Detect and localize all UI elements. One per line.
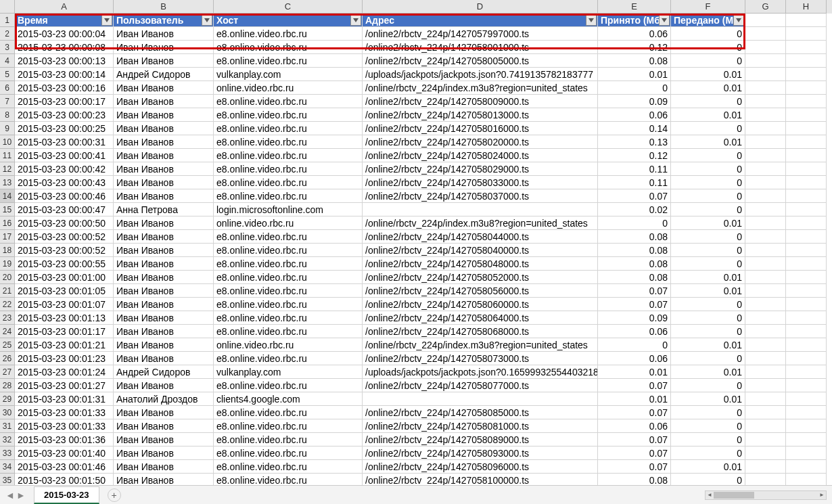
cell-time[interactable]: 2015-03-23 00:00:52 — [15, 244, 114, 257]
sheet-tab-active[interactable]: 2015-03-23 — [34, 486, 99, 504]
cell-time[interactable]: 2015-03-23 00:00:08 — [15, 41, 114, 54]
cell-received[interactable]: 0.14 — [598, 122, 671, 135]
row-header[interactable]: 33 — [0, 446, 15, 460]
row-header[interactable]: 26 — [0, 352, 15, 365]
cell-address[interactable] — [363, 203, 598, 216]
cell-received[interactable]: 0.06 — [598, 108, 671, 122]
cell-address[interactable]: /online2/rbctv_224p/1427058073000.ts — [363, 352, 598, 365]
row-header[interactable]: 4 — [0, 54, 15, 68]
cell-user[interactable]: Иван Иванов — [114, 325, 214, 338]
cell-empty[interactable] — [786, 162, 827, 176]
cell-empty[interactable] — [745, 189, 786, 203]
cell-time[interactable]: 2015-03-23 00:00:50 — [15, 216, 114, 230]
row-header[interactable]: 22 — [0, 298, 15, 311]
cell-sent[interactable]: 0 — [671, 41, 745, 54]
cell-host[interactable]: e8.online.video.rbc.ru — [214, 162, 363, 176]
cell-sent[interactable]: 0 — [671, 419, 745, 433]
cell-address[interactable]: /online2/rbctv_224p/1427058020000.ts — [363, 135, 598, 149]
cell-sent[interactable]: 0 — [671, 189, 745, 203]
col-header-B[interactable]: B — [114, 0, 214, 14]
cell-empty[interactable] — [786, 135, 827, 149]
cell-empty[interactable] — [745, 81, 786, 95]
cell-received[interactable]: 0.07 — [598, 460, 671, 474]
row-header[interactable]: 7 — [0, 95, 15, 108]
cell-received[interactable]: 0.08 — [598, 230, 671, 244]
cell-sent[interactable]: 0.01 — [671, 68, 745, 81]
cell-empty[interactable] — [786, 68, 827, 81]
cell-time[interactable]: 2015-03-23 00:01:46 — [15, 460, 114, 474]
cell-received[interactable]: 0.11 — [598, 176, 671, 189]
cell-empty[interactable] — [786, 203, 827, 216]
cell-empty[interactable] — [786, 108, 827, 122]
row-header[interactable]: 14 — [0, 189, 15, 203]
row-header[interactable]: 11 — [0, 149, 15, 162]
cell-empty[interactable] — [745, 122, 786, 135]
cell-user[interactable]: Иван Иванов — [114, 95, 214, 108]
cell-empty[interactable] — [745, 365, 786, 379]
cell-time[interactable]: 2015-03-23 00:00:25 — [15, 122, 114, 135]
cell-received[interactable]: 0.01 — [598, 68, 671, 81]
cell-sent[interactable]: 0.01 — [671, 392, 745, 406]
cell-empty[interactable] — [786, 419, 827, 433]
row-header[interactable]: 12 — [0, 162, 15, 176]
cell-empty[interactable] — [786, 149, 827, 162]
cell-received[interactable]: 0.09 — [598, 95, 671, 108]
cell-empty[interactable] — [786, 244, 827, 257]
cell-host[interactable]: e8.online.video.rbc.ru — [214, 271, 363, 284]
cell-user[interactable]: Иван Иванов — [114, 189, 214, 203]
cell-user[interactable]: Анна Петрова — [114, 203, 214, 216]
cell-received[interactable]: 0.02 — [598, 203, 671, 216]
cell-empty[interactable] — [745, 135, 786, 149]
cell-address[interactable]: /online/rbctv_224p/index.m3u8?region=uni… — [363, 81, 598, 95]
cell-sent[interactable]: 0 — [671, 149, 745, 162]
cell-empty[interactable] — [786, 216, 827, 230]
cell-sent[interactable]: 0 — [671, 433, 745, 446]
cell-received[interactable]: 0.07 — [598, 406, 671, 419]
cell-sent[interactable]: 0 — [671, 176, 745, 189]
cell-user[interactable]: Анатолий Дроздов — [114, 392, 214, 406]
cell-time[interactable]: 2015-03-23 00:00:04 — [15, 27, 114, 41]
cell-empty[interactable] — [786, 14, 827, 27]
cell-host[interactable]: vulkanplay.com — [214, 365, 363, 379]
cell-sent[interactable]: 0 — [671, 95, 745, 108]
cell-empty[interactable] — [786, 176, 827, 189]
cell-host[interactable]: online.video.rbc.ru — [214, 81, 363, 95]
col-header-F[interactable]: F — [671, 0, 745, 14]
cell-address[interactable]: /online2/rbctv_224p/1427058056000.ts — [363, 284, 598, 298]
row-header[interactable]: 25 — [0, 338, 15, 352]
cell-sent[interactable]: 0.01 — [671, 135, 745, 149]
cell-user[interactable]: Иван Иванов — [114, 406, 214, 419]
cell-time[interactable]: 2015-03-23 00:01:21 — [15, 338, 114, 352]
cell-time[interactable]: 2015-03-23 00:00:47 — [15, 203, 114, 216]
cell-received[interactable]: 0.11 — [598, 162, 671, 176]
cell-empty[interactable] — [786, 95, 827, 108]
cell-empty[interactable] — [745, 27, 786, 41]
filter-dropdown-icon[interactable] — [202, 14, 212, 26]
cell-empty[interactable] — [786, 81, 827, 95]
cell-address[interactable]: /online2/rbctv_224p/1427058005000.ts — [363, 54, 598, 68]
cell-received[interactable]: 0.07 — [598, 284, 671, 298]
cell-user[interactable]: Иван Иванов — [114, 122, 214, 135]
cell-user[interactable]: Иван Иванов — [114, 352, 214, 365]
cell-received[interactable]: 0.06 — [598, 325, 671, 338]
cell-address[interactable]: /online2/rbctv_224p/1427058068000.ts — [363, 325, 598, 338]
cell-time[interactable]: 2015-03-23 00:00:16 — [15, 81, 114, 95]
cell-host[interactable]: e8.online.video.rbc.ru — [214, 379, 363, 392]
cell-host[interactable]: e8.online.video.rbc.ru — [214, 95, 363, 108]
cell-time[interactable]: 2015-03-23 00:01:23 — [15, 352, 114, 365]
cell-address[interactable]: /uploads/jackpots/jackpots.json?0.165999… — [363, 365, 598, 379]
cell-received[interactable]: 0.08 — [598, 474, 671, 485]
cell-host[interactable]: e8.online.video.rbc.ru — [214, 433, 363, 446]
row-header[interactable]: 21 — [0, 284, 15, 298]
cell-sent[interactable]: 0 — [671, 244, 745, 257]
cell-host[interactable]: e8.online.video.rbc.ru — [214, 474, 363, 485]
cell-received[interactable]: 0.08 — [598, 271, 671, 284]
cell-received[interactable]: 0.01 — [598, 365, 671, 379]
row-header[interactable]: 16 — [0, 216, 15, 230]
cell-host[interactable]: online.video.rbc.ru — [214, 216, 363, 230]
cell-empty[interactable] — [745, 54, 786, 68]
cell-received[interactable]: 0.12 — [598, 149, 671, 162]
row-header[interactable]: 24 — [0, 325, 15, 338]
header-received[interactable]: Принято (Мб) — [598, 14, 671, 27]
cell-empty[interactable] — [786, 54, 827, 68]
